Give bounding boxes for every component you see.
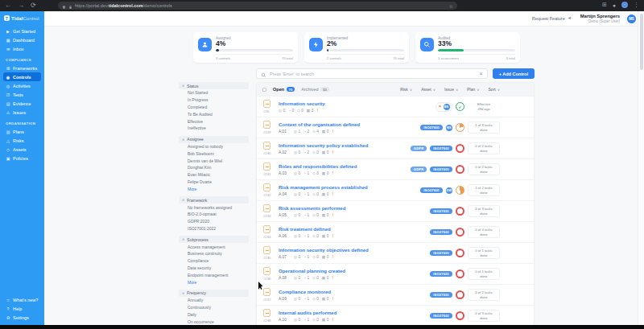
page-scrollbar[interactable]	[638, 11, 644, 325]
sidebar-item-settings[interactable]: ⚙Settings	[3, 313, 41, 322]
control-row[interactable]: #26Information security◎0◔0◇0▦3!⚑BS✓Effe…	[257, 96, 534, 117]
filter-more-link[interactable]: More	[179, 278, 249, 286]
browser-back-icon[interactable]: ←	[5, 2, 11, 9]
framework-badge-gdpr[interactable]: GDPR	[411, 146, 427, 151]
filter-option[interactable]: Data security	[179, 265, 249, 272]
filter-option[interactable]: Evan Milacic	[179, 171, 249, 179]
address-bar[interactable]: https://portal.dev.tidalcontrol.com/demo…	[58, 2, 457, 10]
assignee-avatar[interactable]: BS	[444, 104, 450, 110]
clear-search-icon[interactable]: ×	[480, 71, 483, 76]
tab-open[interactable]: Open 70	[273, 87, 295, 92]
filter-section-framework[interactable]: ∧Framework	[179, 196, 249, 204]
extensions-icon[interactable]: ⊞	[602, 2, 607, 8]
filter-option[interactable]: Compliance	[179, 257, 249, 265]
control-row[interactable]: #237Compliance monitoredA.09◎0◔1◇0▦0!ISO…	[257, 284, 534, 305]
framework-badge-iso27001[interactable]: ISO27001	[430, 208, 452, 214]
filter-option[interactable]: On occurrence	[179, 318, 249, 325]
filter-option[interactable]: Felipe Duarte	[179, 179, 249, 186]
framework-badge-iso27001[interactable]: ISO27001	[430, 229, 452, 235]
filter-option[interactable]: Assigned to nobody	[179, 143, 249, 150]
filter-option[interactable]: To Be Audited	[179, 110, 249, 117]
framework-badge-iso27001[interactable]: ISO27001	[430, 271, 452, 277]
sidebar-item-controls[interactable]: ◉Controls	[3, 72, 41, 81]
filter-option[interactable]: Bob Sleeboom	[179, 150, 249, 157]
dropdown-filter-asset[interactable]: Asset∨	[421, 87, 436, 92]
scrollbar-thumb[interactable]	[640, 14, 643, 70]
control-title-link[interactable]: Information security	[279, 101, 436, 106]
sidebar-item-frameworks[interactable]: ⊞Frameworks	[3, 64, 41, 72]
control-title-link[interactable]: Roles and responsibilities defined	[279, 164, 411, 169]
framework-badge-iso27001[interactable]: ISO27001	[430, 146, 452, 151]
control-title-link[interactable]: Context of the organisation defined	[279, 122, 420, 127]
control-row[interactable]: #235Information security objectives defi…	[257, 242, 534, 263]
control-title-link[interactable]: Risk treatment defined	[279, 227, 430, 232]
filter-option[interactable]: Dennis van de Wiel	[179, 157, 249, 164]
user-block[interactable]: Martijn Sprengers Demo (Super User)	[580, 14, 620, 24]
sidebar-item-what-s-new-[interactable]: ☆What's new?	[3, 295, 41, 304]
framework-badge-iso27001[interactable]: ISO27001	[430, 167, 452, 172]
filter-option[interactable]: No frameworks assigned	[179, 204, 249, 211]
framework-badge-iso27001[interactable]: ISO27001	[430, 313, 452, 319]
browser-menu-icon[interactable]: ⋮	[634, 2, 639, 8]
sidebar-item-get-started[interactable]: ▶Get Started	[3, 27, 41, 35]
sidebar-item-issues[interactable]: ⚠Issues	[3, 108, 41, 117]
filter-option[interactable]: Continuously	[179, 304, 249, 311]
control-row[interactable]: #233Risk assessments performedA.05◎0◔1◇0…	[257, 200, 534, 221]
sidebar-item-evidence[interactable]: ▤Evidence	[3, 99, 41, 108]
sidebar-item-tests[interactable]: ☑Tests	[3, 90, 41, 99]
sidebar-item-dashboard[interactable]: ▦Dashboard	[3, 35, 41, 44]
app-logo[interactable]: T TidalControl	[4, 15, 40, 21]
sidebar-item-inbox[interactable]: ✉Inbox	[3, 44, 41, 53]
control-title-link[interactable]: Operational planning created	[279, 269, 430, 273]
assignee-pill[interactable]: ⚑BS	[436, 102, 452, 112]
framework-badge-iso27001[interactable]: ISO27001	[420, 125, 443, 130]
filter-section-frequency[interactable]: ∧Frequency	[179, 290, 249, 297]
filter-option[interactable]: ISO27001:2022	[179, 225, 249, 232]
sidebar-item-plans[interactable]: ▥Plans	[3, 127, 41, 136]
control-title-link[interactable]: Information security objectives defined	[279, 248, 430, 253]
control-title-link[interactable]: Risk management process established	[279, 185, 420, 190]
filter-option[interactable]: In Progress	[179, 97, 249, 104]
filter-option[interactable]: Access management	[179, 243, 249, 250]
select-all-checkbox[interactable]	[262, 88, 266, 92]
control-title-link[interactable]: Information security policy established	[279, 143, 411, 148]
sidebar-item-activities[interactable]: ◎Activities	[3, 81, 41, 90]
filter-option[interactable]: Endpoint management	[179, 271, 249, 278]
control-row[interactable]: #232Risk management process establishedA…	[257, 179, 534, 200]
filter-option[interactable]: Daily	[179, 311, 249, 319]
filter-section-status[interactable]: ∧Status	[179, 82, 249, 89]
control-title-link[interactable]: Risk assessments performed	[279, 206, 430, 211]
add-control-button[interactable]: + Add Control	[493, 68, 535, 79]
assignee-avatar[interactable]: DW	[446, 187, 452, 194]
sidebar-item-assets[interactable]: ◇Assets	[3, 145, 41, 154]
control-row[interactable]: #238Internal audits performedA.10◎0◔1◇0▦…	[257, 305, 534, 325]
filter-option[interactable]: Not Started	[179, 89, 249, 97]
control-row[interactable]: #234Risk treatment definedA.06◎0◔1◇0▦0!I…	[257, 221, 534, 242]
sidebar-item-risks[interactable]: △Risks	[3, 136, 41, 145]
browser-forward-icon[interactable]: →	[18, 2, 24, 9]
filter-section-assignee[interactable]: ∧Assignee	[179, 136, 249, 143]
control-row[interactable]: #231Roles and responsibilities definedA.…	[257, 158, 534, 179]
framework-badge-gdpr[interactable]: GDPR	[411, 167, 427, 172]
filter-option[interactable]: Annually	[179, 297, 249, 304]
sidebar-item-policies[interactable]: ▣Policies	[3, 154, 41, 162]
filter-option[interactable]: Effective	[179, 117, 249, 125]
control-row[interactable]: #230Information security policy establis…	[257, 138, 534, 158]
request-feature-button[interactable]: Request Feature	[532, 15, 573, 22]
tab-archived[interactable]: Archived 53	[301, 87, 329, 92]
search-input[interactable]: Press 'Enter' to search ×	[256, 68, 488, 79]
browser-reload-icon[interactable]: ⟳	[31, 2, 36, 9]
filter-more-link[interactable]: More	[179, 185, 249, 192]
dropdown-filter-plan[interactable]: Plan∨	[467, 87, 479, 92]
filter-option[interactable]: BIO-2.0-opmaat	[179, 211, 249, 218]
user-avatar[interactable]: MS	[627, 14, 636, 23]
framework-badge-iso27001[interactable]: ISO27001	[420, 187, 443, 193]
framework-badge-iso27001[interactable]: ISO27001	[430, 250, 452, 256]
filter-section-subprocess[interactable]: ∧Subprocess	[179, 236, 249, 243]
bookmark-star-icon[interactable]: ☆	[449, 3, 453, 9]
filter-option[interactable]: Ineffective	[179, 125, 249, 132]
control-row[interactable]: #229Context of the organisation definedA…	[257, 117, 534, 138]
dropdown-filter-sort[interactable]: Sort∨	[489, 87, 500, 92]
filter-option[interactable]: Completed	[179, 104, 249, 111]
control-title-link[interactable]: Compliance monitored	[279, 290, 430, 294]
